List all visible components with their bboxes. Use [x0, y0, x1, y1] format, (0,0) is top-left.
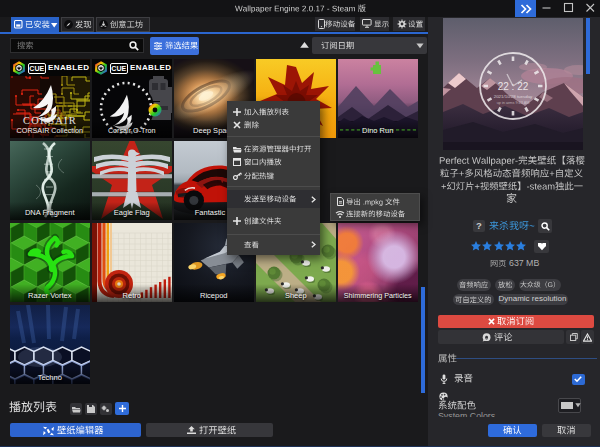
svg-text:22 : 22: 22 : 22: [498, 80, 529, 91]
svg-text:up in arms 9:43 AM: up in arms 9:43 AM: [497, 101, 530, 105]
svg-text:2021/10/28 tuesday: 2021/10/28 tuesday: [494, 93, 533, 98]
